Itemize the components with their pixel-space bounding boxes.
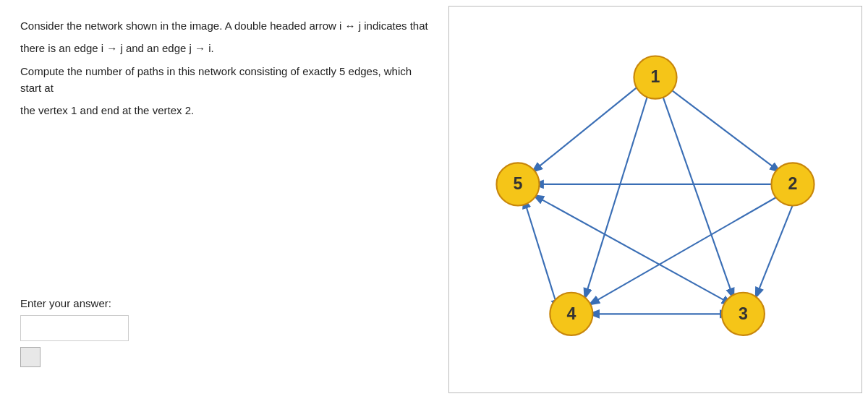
answer-input[interactable] bbox=[20, 315, 129, 341]
edge-2-3 bbox=[756, 201, 794, 296]
problem-text: Consider the network shown in the image.… bbox=[20, 17, 428, 124]
edge-1-2 bbox=[670, 89, 779, 171]
edge-1-3 bbox=[661, 93, 733, 297]
graph-panel: 1 2 3 4 5 bbox=[448, 6, 862, 393]
edge-4-5 bbox=[524, 200, 556, 303]
graph-svg: 1 2 3 4 5 bbox=[449, 7, 861, 392]
problem-line4: the vertex 1 and end at the vertex 2. bbox=[20, 102, 428, 119]
answer-section: Enter your answer: bbox=[20, 297, 428, 382]
problem-line3: Compute the number of paths in this netw… bbox=[20, 63, 428, 97]
node-2-label: 2 bbox=[788, 174, 798, 193]
problem-line1: Consider the network shown in the image.… bbox=[20, 17, 428, 34]
node-3-label: 3 bbox=[739, 304, 748, 323]
answer-label: Enter your answer: bbox=[20, 297, 428, 309]
left-panel: Consider the network shown in the image.… bbox=[0, 0, 448, 399]
submit-button[interactable] bbox=[20, 347, 41, 367]
node-5-label: 5 bbox=[514, 174, 523, 193]
edge-3-5 bbox=[535, 196, 726, 301]
edge-2-4 bbox=[590, 196, 779, 304]
node-4-label: 4 bbox=[566, 304, 576, 323]
node-1-label: 1 bbox=[651, 67, 660, 86]
problem-line2: there is an edge i → j and an edge j → i… bbox=[20, 40, 428, 56]
edge-1-5 bbox=[533, 84, 642, 171]
